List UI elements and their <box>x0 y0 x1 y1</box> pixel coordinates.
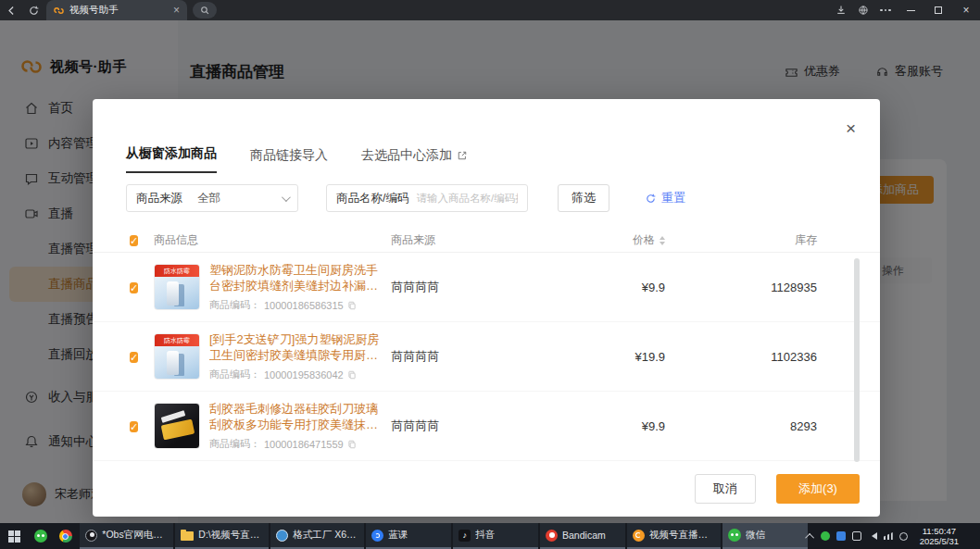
product-name[interactable]: 刮胶器毛刺修边器硅胶刮刀玻璃刮胶板多功能专用打胶美缝抹胶神器 <box>209 401 385 432</box>
tray-usb-icon[interactable] <box>899 532 908 541</box>
taskbar-app-wechat[interactable]: 微信 <box>722 523 808 549</box>
taskbar-app-label: D:\视频号直播... <box>198 529 263 542</box>
tray-display-icon[interactable] <box>852 531 861 541</box>
product-name[interactable]: 塑钢泥防水防霉卫生间厨房洗手台密封胶填缝剂美缝封边补漏专用胶150ml... <box>209 262 385 293</box>
tray-security-icon[interactable] <box>836 531 846 541</box>
product-price: ¥9.9 <box>502 281 665 294</box>
taskbar-app-label: Bandicam <box>562 530 606 541</box>
taskbar-app-label: *Obs官网电脑... <box>102 529 168 542</box>
product-image <box>154 403 200 449</box>
screen: 视频号助手 × × 视频号·助手 <box>0 0 980 549</box>
maximize-button[interactable] <box>924 0 952 20</box>
copy-icon[interactable] <box>347 301 357 310</box>
taskbar-app-label: 抖音 <box>475 529 495 542</box>
taskbar-chrome-shortcut[interactable] <box>53 523 78 549</box>
product-row: ✓ 防水防霉 [到手2支送铲刀]强力塑钢泥厨房卫生间密封胶美缝填隙专用厨卫密封胶… <box>93 322 880 392</box>
cancel-button[interactable]: 取消 <box>695 474 756 504</box>
keyword-input[interactable] <box>416 193 518 204</box>
product-price: ¥19.9 <box>502 350 665 364</box>
tab-close-icon[interactable]: × <box>173 4 180 17</box>
bandicam-icon <box>546 530 558 542</box>
clock-time: 11:50:47 <box>920 526 959 536</box>
browser-tab[interactable]: 视频号助手 × <box>46 0 187 20</box>
start-button[interactable] <box>0 523 29 549</box>
select-all-checkbox[interactable]: ✓ <box>130 235 138 246</box>
tab-from-showcase[interactable]: 从橱窗添加商品 <box>126 145 217 173</box>
product-code: 10000186471559 <box>264 439 344 450</box>
taskbar-app-lanke[interactable]: 蓝课 <box>366 523 451 549</box>
chevron-down-icon <box>282 193 291 202</box>
tray-volume-icon[interactable] <box>868 532 877 540</box>
add-products-modal: × 从橱窗添加商品 商品链接导入 去选品中心添加 商品来源 全部 商品名称/编码 <box>93 99 880 517</box>
confirm-add-button[interactable]: 添加(3) <box>776 474 860 504</box>
reset-icon <box>645 193 657 205</box>
row-checkbox[interactable]: ✓ <box>130 352 138 363</box>
keyword-label: 商品名称/编码 <box>336 191 408 206</box>
product-source: 苘苘苘苘 <box>391 418 502 434</box>
product-row: ✓ 刮胶器毛刺修边器硅胶刮刀玻璃刮胶板多功能专用打胶美缝抹胶神器 商品编码：10… <box>93 392 880 461</box>
row-checkbox[interactable]: ✓ <box>130 282 138 293</box>
browser-chrome: 视频号助手 × × <box>0 0 980 20</box>
new-tab-search-icon[interactable] <box>193 2 217 19</box>
chrome-icon <box>59 530 72 543</box>
modal-table-header: ✓ 商品信息 商品来源 价格 库存 <box>93 229 880 253</box>
modal-close-icon[interactable]: × <box>846 119 856 137</box>
clock-date: 2025/5/31 <box>920 536 959 546</box>
taskbar-wechat-shortcut[interactable] <box>29 523 54 549</box>
code-prefix: 商品编码： <box>209 437 260 451</box>
globe-icon[interactable] <box>852 0 874 20</box>
copy-icon[interactable] <box>347 370 357 380</box>
row-checkbox[interactable]: ✓ <box>130 421 138 432</box>
download-icon[interactable] <box>830 0 852 20</box>
code-prefix: 商品编码： <box>209 368 260 381</box>
column-info: 商品信息 <box>154 232 198 248</box>
tab-link-import[interactable]: 商品链接导入 <box>250 147 328 173</box>
column-stock: 库存 <box>665 232 817 248</box>
product-name[interactable]: [到手2支送铲刀]强力塑钢泥厨房卫生间密封胶美缝填隙专用厨卫密封胶150M... <box>209 331 385 363</box>
windows-logo-icon <box>8 530 20 543</box>
tab-selection-center[interactable]: 去选品中心添加 <box>361 147 468 173</box>
taskbar-app-explorer[interactable]: D:\视频号直播... <box>175 523 269 549</box>
taskbar: *Obs官网电脑... D:\视频号直播... 格式工厂 X64 ... 蓝课 … <box>0 523 980 549</box>
column-price: 价格 <box>633 232 655 248</box>
modal-footer: 取消 添加(3) <box>695 474 860 504</box>
menu-dots-icon[interactable] <box>874 0 897 20</box>
tray-wechat-icon[interactable] <box>821 531 830 541</box>
wechat-icon <box>34 530 47 543</box>
product-code: 10000195836042 <box>264 369 344 381</box>
copy-icon[interactable] <box>347 440 357 449</box>
douyin-icon: ♪ <box>459 530 471 542</box>
column-source: 商品来源 <box>391 232 502 248</box>
tab-label: 从橱窗添加商品 <box>126 145 217 162</box>
taskbar-app-channels-live[interactable]: 视频号直播伴侣 <box>627 523 721 549</box>
taskbar-app-label: 格式工厂 X64 ... <box>293 529 358 542</box>
product-code-row: 商品编码：10000195836042 <box>209 368 385 381</box>
product-row: ✓ 防水防霉 塑钢泥防水防霉卫生间厨房洗手台密封胶填缝剂美缝封边补漏专用胶150… <box>93 253 880 322</box>
tab-label: 商品链接导入 <box>250 147 328 164</box>
channels-live-icon <box>633 530 645 542</box>
reset-button[interactable]: 重置 <box>645 190 685 206</box>
taskbar-app-douyin[interactable]: ♪ 抖音 <box>453 523 538 549</box>
minimize-button[interactable] <box>897 0 924 20</box>
taskbar-app-bandicam[interactable]: Bandicam <box>540 523 625 549</box>
product-code-row: 商品编码：10000186586315 <box>209 298 385 312</box>
filter-button[interactable]: 筛选 <box>558 184 609 212</box>
taskbar-app-obs[interactable]: *Obs官网电脑... <box>80 523 173 549</box>
obs-icon <box>85 530 97 542</box>
product-code: 10000186586315 <box>264 300 344 311</box>
refresh-icon[interactable] <box>22 0 44 20</box>
reset-label: 重置 <box>661 190 685 206</box>
taskbar-clock[interactable]: 11:50:47 2025/5/31 <box>914 526 964 546</box>
back-icon[interactable] <box>0 0 22 20</box>
close-button[interactable]: × <box>952 0 980 20</box>
modal-scrollbar[interactable] <box>854 258 860 462</box>
modal-table-rows: ✓ 防水防霉 塑钢泥防水防霉卫生间厨房洗手台密封胶填缝剂美缝封边补漏专用胶150… <box>93 253 880 461</box>
modal-filter-row: 商品来源 全部 商品名称/编码 筛选 重置 <box>126 184 685 212</box>
tray-network-icon[interactable] <box>884 532 893 540</box>
product-image: 防水防霉 <box>154 333 200 380</box>
source-select-label: 商品来源 <box>136 191 182 206</box>
source-select[interactable]: 商品来源 全部 <box>126 184 298 212</box>
taskbar-app-label: 微信 <box>746 529 765 542</box>
taskbar-app-format-factory[interactable]: 格式工厂 X64 ... <box>270 523 364 549</box>
lanke-icon <box>371 530 383 542</box>
